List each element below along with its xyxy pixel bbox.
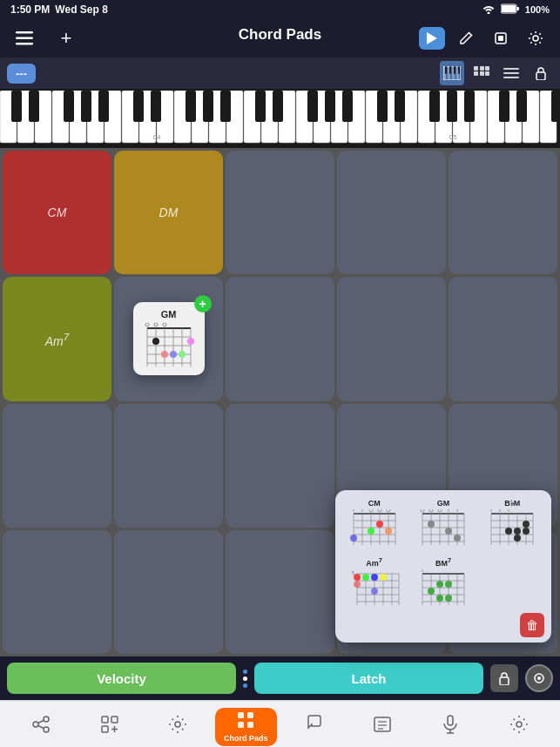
dock-item-settings[interactable] xyxy=(144,714,212,739)
svg-point-211 xyxy=(175,722,180,727)
svg-rect-66 xyxy=(133,91,144,122)
panel-chord-am7[interactable]: Am7 5 xyxy=(342,556,406,611)
svg-point-179 xyxy=(354,581,361,588)
svg-rect-67 xyxy=(151,91,161,122)
cell-empty-2[interactable] xyxy=(337,151,446,274)
svg-rect-81 xyxy=(499,91,509,122)
cell-empty-6[interactable] xyxy=(449,277,557,400)
dock-item-1[interactable] xyxy=(7,714,75,739)
piano[interactable]: C4 C5 xyxy=(0,89,560,148)
svg-rect-28 xyxy=(536,72,545,80)
svg-rect-208 xyxy=(102,726,108,732)
cell-gm[interactable]: + GM xyxy=(114,277,223,400)
panel-chord-bm7[interactable]: BM7 x xyxy=(411,556,475,611)
svg-rect-19 xyxy=(474,66,478,71)
status-time: 1:50 PM Wed Sep 8 xyxy=(10,3,108,16)
cell-empty-4[interactable] xyxy=(226,277,334,400)
cell-empty-9[interactable] xyxy=(226,404,334,528)
dash-button[interactable]: --- xyxy=(7,64,36,84)
svg-point-123 xyxy=(368,528,374,535)
svg-rect-220 xyxy=(448,716,453,725)
delete-chord-button[interactable]: 🗑 xyxy=(520,613,544,637)
svg-point-158 xyxy=(523,521,530,528)
svg-rect-83 xyxy=(551,91,560,122)
latch-button[interactable]: Latch xyxy=(254,663,483,694)
dot-3 xyxy=(243,683,247,688)
svg-rect-25 xyxy=(503,68,519,70)
settings-button[interactable] xyxy=(522,24,550,52)
svg-rect-74 xyxy=(325,91,335,122)
svg-text:x: x xyxy=(352,509,354,513)
chord-card-gm-title: GM xyxy=(140,309,198,320)
svg-line-204 xyxy=(38,721,44,723)
grid-view-button[interactable] xyxy=(469,61,494,85)
dock-item-gear2[interactable] xyxy=(485,714,553,739)
dock-item-chord-pads[interactable]: Chord Pads xyxy=(212,708,280,746)
svg-point-102 xyxy=(170,351,177,358)
cell-dm-label: DM xyxy=(159,205,179,219)
edit-button[interactable] xyxy=(452,24,480,52)
cell-am7[interactable]: Am7 xyxy=(3,277,111,400)
dock-icon-2 xyxy=(99,714,120,739)
svg-text:x: x xyxy=(448,509,450,513)
lock-toolbar-button[interactable] xyxy=(529,61,553,85)
svg-rect-65 xyxy=(98,91,109,122)
svg-rect-2 xyxy=(502,5,516,12)
dock-item-mic[interactable] xyxy=(416,714,484,739)
toolbar: --- xyxy=(0,57,560,89)
record-button[interactable] xyxy=(487,24,515,52)
cell-empty-1[interactable] xyxy=(226,151,334,274)
panel-chord-gm[interactable]: GM x x xyxy=(411,499,475,551)
svg-point-197 xyxy=(445,595,452,602)
svg-point-195 xyxy=(428,588,435,595)
nav-right xyxy=(419,24,550,52)
cell-empty-8[interactable] xyxy=(114,404,223,528)
dock-icon-settings xyxy=(167,714,188,739)
svg-point-101 xyxy=(161,351,168,358)
dock: Chord Pads xyxy=(0,700,560,747)
svg-rect-1 xyxy=(516,7,519,10)
lock-button[interactable] xyxy=(490,664,518,692)
svg-rect-207 xyxy=(111,717,118,723)
cell-empty-7[interactable] xyxy=(3,404,111,528)
play-button[interactable] xyxy=(419,27,445,50)
cell-empty-3[interactable] xyxy=(449,151,557,274)
svg-point-175 xyxy=(354,574,361,581)
toolbar-left: --- xyxy=(7,64,36,84)
cell-dm[interactable]: DM xyxy=(114,151,223,274)
svg-point-104 xyxy=(187,338,194,345)
page-indicator xyxy=(243,670,247,688)
svg-rect-198 xyxy=(500,677,509,685)
dock-item-5[interactable] xyxy=(280,714,348,739)
cell-empty-5[interactable] xyxy=(337,277,446,400)
cell-empty-14[interactable] xyxy=(226,530,334,654)
svg-point-176 xyxy=(362,574,369,581)
piano-view-button[interactable] xyxy=(440,61,464,85)
status-right: 100% xyxy=(482,3,550,16)
list-view-button[interactable] xyxy=(499,61,523,85)
svg-rect-21 xyxy=(485,66,489,71)
panel-chord-bbm[interactable]: B♭M x x x xyxy=(481,499,544,551)
svg-text:C5: C5 xyxy=(449,134,457,140)
svg-rect-26 xyxy=(503,72,519,74)
svg-point-201 xyxy=(33,722,38,727)
circle-button[interactable] xyxy=(525,664,553,692)
add-button[interactable]: + xyxy=(52,24,80,52)
dock-icon-chord-pads xyxy=(237,711,254,732)
svg-rect-18 xyxy=(458,66,460,74)
cell-empty-13[interactable] xyxy=(114,530,223,654)
cell-empty-12[interactable] xyxy=(3,530,111,654)
dock-item-2[interactable] xyxy=(75,714,143,739)
dock-item-6[interactable] xyxy=(348,714,416,739)
svg-rect-17 xyxy=(454,66,455,74)
cell-cm[interactable]: CM xyxy=(3,151,111,274)
svg-rect-63 xyxy=(64,91,74,122)
cell-am7-label: Am7 xyxy=(45,331,69,348)
svg-point-180 xyxy=(371,588,378,595)
add-chord-button[interactable]: + xyxy=(194,295,212,313)
panel-chord-cm[interactable]: CM x x xyxy=(342,499,406,551)
svg-rect-16 xyxy=(449,66,451,74)
svg-rect-61 xyxy=(11,91,22,122)
velocity-button[interactable]: Velocity xyxy=(7,663,236,694)
menu-button[interactable] xyxy=(10,24,38,52)
